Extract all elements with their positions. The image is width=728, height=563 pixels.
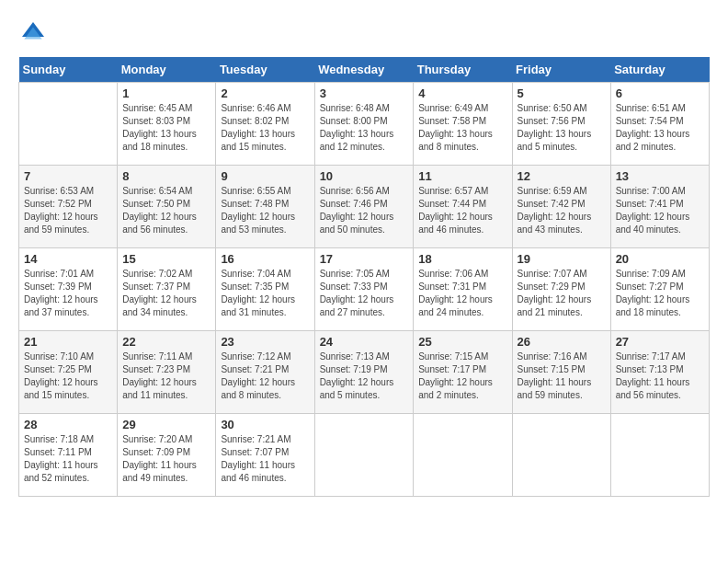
day-number: 2 xyxy=(221,86,309,100)
day-cell: 9Sunrise: 6:55 AMSunset: 7:48 PMDaylight… xyxy=(216,166,314,248)
day-info: Sunrise: 6:50 AMSunset: 7:56 PMDaylight:… xyxy=(518,102,606,154)
day-number: 1 xyxy=(122,86,210,100)
day-cell: 6Sunrise: 6:51 AMSunset: 7:54 PMDaylight… xyxy=(610,83,709,166)
day-cell: 18Sunrise: 7:06 AMSunset: 7:31 PMDayligh… xyxy=(414,248,512,331)
day-cell xyxy=(314,414,414,497)
day-info: Sunrise: 7:10 AMSunset: 7:25 PMDaylight:… xyxy=(24,350,112,402)
day-number: 11 xyxy=(418,169,506,183)
page-header xyxy=(18,18,710,48)
day-cell: 26Sunrise: 7:16 AMSunset: 7:15 PMDayligh… xyxy=(512,331,610,414)
header-cell-friday: Friday xyxy=(512,57,610,83)
day-info: Sunrise: 6:48 AMSunset: 8:00 PMDaylight:… xyxy=(320,102,409,154)
day-number: 23 xyxy=(221,335,309,349)
day-cell: 8Sunrise: 6:54 AMSunset: 7:50 PMDaylight… xyxy=(118,166,216,248)
day-info: Sunrise: 6:55 AMSunset: 7:48 PMDaylight:… xyxy=(221,185,309,236)
day-info: Sunrise: 7:01 AMSunset: 7:39 PMDaylight:… xyxy=(24,268,112,319)
day-info: Sunrise: 7:05 AMSunset: 7:33 PMDaylight:… xyxy=(320,268,409,319)
day-number: 25 xyxy=(418,335,506,349)
day-info: Sunrise: 7:04 AMSunset: 7:35 PMDaylight:… xyxy=(221,268,309,319)
day-cell xyxy=(19,83,118,166)
day-number: 20 xyxy=(616,252,704,266)
day-info: Sunrise: 7:02 AMSunset: 7:37 PMDaylight:… xyxy=(122,268,210,319)
day-number: 5 xyxy=(518,86,606,100)
week-row-1: 1Sunrise: 6:45 AMSunset: 8:03 PMDaylight… xyxy=(19,83,710,166)
calendar-body: 1Sunrise: 6:45 AMSunset: 8:03 PMDaylight… xyxy=(19,83,710,497)
day-cell: 24Sunrise: 7:13 AMSunset: 7:19 PMDayligh… xyxy=(314,331,414,414)
day-number: 21 xyxy=(24,335,112,349)
day-cell xyxy=(610,414,709,497)
day-info: Sunrise: 7:13 AMSunset: 7:19 PMDaylight:… xyxy=(320,350,409,402)
day-info: Sunrise: 6:54 AMSunset: 7:50 PMDaylight:… xyxy=(122,185,210,236)
day-cell xyxy=(512,414,610,497)
header-cell-wednesday: Wednesday xyxy=(314,57,414,83)
day-number: 30 xyxy=(221,418,309,431)
header-cell-saturday: Saturday xyxy=(610,57,709,83)
day-number: 12 xyxy=(518,169,606,183)
day-info: Sunrise: 7:07 AMSunset: 7:29 PMDaylight:… xyxy=(518,268,606,319)
day-number: 19 xyxy=(518,252,606,266)
day-info: Sunrise: 6:46 AMSunset: 8:02 PMDaylight:… xyxy=(221,102,309,154)
day-cell: 25Sunrise: 7:15 AMSunset: 7:17 PMDayligh… xyxy=(414,331,512,414)
day-info: Sunrise: 7:20 AMSunset: 7:09 PMDaylight:… xyxy=(122,433,210,485)
day-number: 7 xyxy=(24,169,112,183)
day-cell: 17Sunrise: 7:05 AMSunset: 7:33 PMDayligh… xyxy=(314,248,414,331)
day-number: 22 xyxy=(122,335,210,349)
day-cell: 5Sunrise: 6:50 AMSunset: 7:56 PMDaylight… xyxy=(512,83,610,166)
day-info: Sunrise: 6:45 AMSunset: 8:03 PMDaylight:… xyxy=(122,102,210,154)
day-info: Sunrise: 7:11 AMSunset: 7:23 PMDaylight:… xyxy=(122,350,210,402)
day-cell: 19Sunrise: 7:07 AMSunset: 7:29 PMDayligh… xyxy=(512,248,610,331)
day-cell: 1Sunrise: 6:45 AMSunset: 8:03 PMDaylight… xyxy=(118,83,216,166)
day-cell: 12Sunrise: 6:59 AMSunset: 7:42 PMDayligh… xyxy=(512,166,610,248)
logo-icon xyxy=(18,18,48,48)
day-cell: 16Sunrise: 7:04 AMSunset: 7:35 PMDayligh… xyxy=(216,248,314,331)
day-number: 9 xyxy=(221,169,309,183)
day-info: Sunrise: 7:12 AMSunset: 7:21 PMDaylight:… xyxy=(221,350,309,402)
day-number: 29 xyxy=(122,418,210,431)
day-info: Sunrise: 6:56 AMSunset: 7:46 PMDaylight:… xyxy=(320,185,409,236)
day-info: Sunrise: 7:09 AMSunset: 7:27 PMDaylight:… xyxy=(616,268,704,319)
day-cell: 13Sunrise: 7:00 AMSunset: 7:41 PMDayligh… xyxy=(610,166,709,248)
day-number: 18 xyxy=(418,252,506,266)
day-cell: 27Sunrise: 7:17 AMSunset: 7:13 PMDayligh… xyxy=(610,331,709,414)
day-cell: 23Sunrise: 7:12 AMSunset: 7:21 PMDayligh… xyxy=(216,331,314,414)
week-row-2: 7Sunrise: 6:53 AMSunset: 7:52 PMDaylight… xyxy=(19,166,710,248)
day-cell: 4Sunrise: 6:49 AMSunset: 7:58 PMDaylight… xyxy=(414,83,512,166)
day-cell: 10Sunrise: 6:56 AMSunset: 7:46 PMDayligh… xyxy=(314,166,414,248)
week-row-4: 21Sunrise: 7:10 AMSunset: 7:25 PMDayligh… xyxy=(19,331,710,414)
day-cell: 20Sunrise: 7:09 AMSunset: 7:27 PMDayligh… xyxy=(610,248,709,331)
day-cell: 11Sunrise: 6:57 AMSunset: 7:44 PMDayligh… xyxy=(414,166,512,248)
day-cell: 29Sunrise: 7:20 AMSunset: 7:09 PMDayligh… xyxy=(118,414,216,497)
day-number: 6 xyxy=(616,86,704,100)
day-info: Sunrise: 6:53 AMSunset: 7:52 PMDaylight:… xyxy=(24,185,112,236)
day-info: Sunrise: 6:57 AMSunset: 7:44 PMDaylight:… xyxy=(418,185,506,236)
logo xyxy=(18,18,51,48)
day-number: 8 xyxy=(122,169,210,183)
day-cell: 7Sunrise: 6:53 AMSunset: 7:52 PMDaylight… xyxy=(19,166,118,248)
header-cell-thursday: Thursday xyxy=(414,57,512,83)
day-info: Sunrise: 7:21 AMSunset: 7:07 PMDaylight:… xyxy=(221,433,309,485)
week-row-3: 14Sunrise: 7:01 AMSunset: 7:39 PMDayligh… xyxy=(19,248,710,331)
day-info: Sunrise: 6:49 AMSunset: 7:58 PMDaylight:… xyxy=(418,102,506,154)
day-info: Sunrise: 7:06 AMSunset: 7:31 PMDaylight:… xyxy=(418,268,506,319)
day-cell xyxy=(414,414,512,497)
day-info: Sunrise: 7:00 AMSunset: 7:41 PMDaylight:… xyxy=(616,185,704,236)
day-number: 3 xyxy=(320,86,409,100)
day-cell: 30Sunrise: 7:21 AMSunset: 7:07 PMDayligh… xyxy=(216,414,314,497)
day-number: 14 xyxy=(24,252,112,266)
day-info: Sunrise: 6:51 AMSunset: 7:54 PMDaylight:… xyxy=(616,102,704,154)
day-number: 4 xyxy=(418,86,506,100)
day-number: 27 xyxy=(616,335,704,349)
day-cell: 2Sunrise: 6:46 AMSunset: 8:02 PMDaylight… xyxy=(216,83,314,166)
day-number: 17 xyxy=(320,252,409,266)
day-cell: 3Sunrise: 6:48 AMSunset: 8:00 PMDaylight… xyxy=(314,83,414,166)
day-number: 10 xyxy=(320,169,409,183)
header-cell-tuesday: Tuesday xyxy=(216,57,314,83)
day-number: 15 xyxy=(122,252,210,266)
day-info: Sunrise: 7:15 AMSunset: 7:17 PMDaylight:… xyxy=(418,350,506,402)
day-info: Sunrise: 7:17 AMSunset: 7:13 PMDaylight:… xyxy=(616,350,704,402)
calendar-table: SundayMondayTuesdayWednesdayThursdayFrid… xyxy=(18,57,710,497)
day-cell: 21Sunrise: 7:10 AMSunset: 7:25 PMDayligh… xyxy=(19,331,118,414)
day-number: 26 xyxy=(518,335,606,349)
day-info: Sunrise: 7:16 AMSunset: 7:15 PMDaylight:… xyxy=(518,350,606,402)
calendar-header: SundayMondayTuesdayWednesdayThursdayFrid… xyxy=(19,57,710,83)
